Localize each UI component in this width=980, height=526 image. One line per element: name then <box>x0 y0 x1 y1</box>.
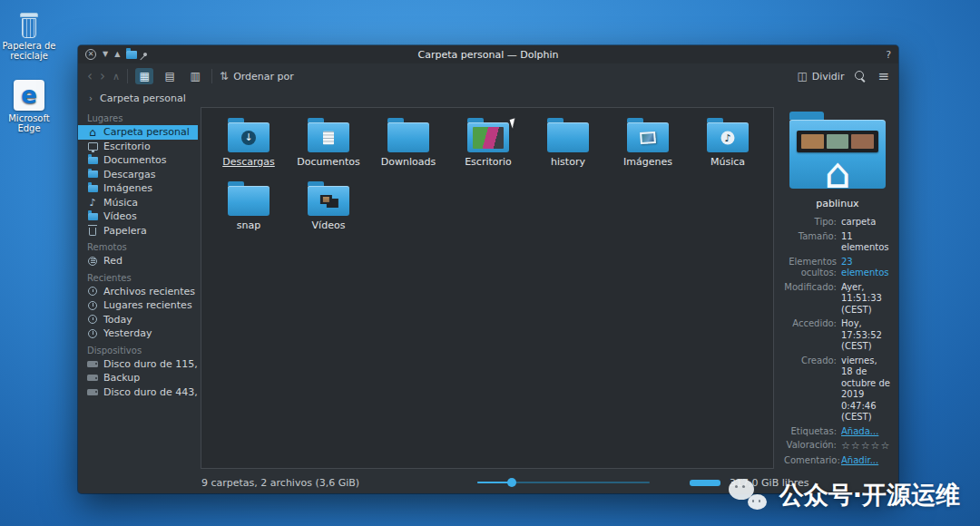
sidebar-item-archivos-recientes[interactable]: Archivos recientes <box>78 285 198 299</box>
detail-row-tipo: Tipo: carpeta <box>784 217 891 229</box>
rating-stars[interactable]: ☆☆☆☆☆ <box>841 440 891 453</box>
watermark: 公众号·开源运维 <box>729 479 960 511</box>
back-button[interactable]: ‹ <box>87 70 93 83</box>
folder-icon <box>228 186 270 216</box>
folder-item-musica[interactable]: ♪ Música <box>688 115 768 179</box>
folder-icon: ↓ <box>228 122 270 152</box>
detail-row-elementos-ocultos: Elementos ocultos: 23 elementos <box>784 257 891 279</box>
items-count-text: 9 carpetas, 2 archivos (3,6 GiB) <box>201 477 359 489</box>
sort-icon: ⇅ <box>220 70 229 83</box>
split-icon: ◫ <box>797 70 807 83</box>
detail-row-comentario: Comentario: Añadir... <box>784 455 891 467</box>
recent-files-icon <box>87 286 98 297</box>
watermark-text: 公众号·开源运维 <box>779 479 960 511</box>
sidebar-item-today[interactable]: Today <box>78 313 198 327</box>
close-button[interactable]: ✕ <box>85 49 96 60</box>
split-button[interactable]: ◫ Dividir <box>797 70 844 83</box>
sidebar-item-videos[interactable]: Vídeos <box>78 209 198 224</box>
wechat-icon <box>729 479 769 511</box>
zoom-slider-knob[interactable] <box>507 478 516 487</box>
sidebar-item-musica[interactable]: ♪ Música <box>78 196 198 210</box>
edge-icon: e <box>14 80 44 111</box>
details-view-button[interactable]: ▥ <box>186 68 204 84</box>
sidebar-item-red[interactable]: Red <box>78 254 198 268</box>
sort-by-button[interactable]: ⇅ Ordenar por <box>220 70 294 83</box>
sidebar-item-papelera[interactable]: Papelera <box>78 224 198 239</box>
breadcrumb[interactable]: › Carpeta personal <box>78 89 898 107</box>
sidebar-item-descargas[interactable]: Descargas <box>78 168 198 182</box>
today-clock-icon <box>87 314 98 325</box>
toolbar-separator <box>127 69 128 83</box>
sidebar-item-yesterday[interactable]: Yesterday <box>78 326 198 341</box>
information-panel: ⌂ pablinux Tipo: carpeta Tamaño: 11 elem… <box>777 107 898 472</box>
desktop-icon-recycle-bin[interactable]: Papelera de reciclaje <box>0 5 58 61</box>
add-comment-link[interactable]: Añadir... <box>841 455 891 467</box>
icons-view-button[interactable]: ▦ <box>135 68 153 84</box>
section-header-remotos: Remotos <box>78 238 198 254</box>
section-header-recientes: Recientes <box>78 268 198 285</box>
yesterday-clock-icon <box>87 328 98 339</box>
hard-drive-icon <box>87 386 98 397</box>
add-tags-link[interactable]: Añada... <box>841 426 891 438</box>
documents-folder-icon <box>87 155 98 166</box>
sidebar-item-backup[interactable]: Backup <box>78 371 198 385</box>
music-emblem-icon: ♪ <box>721 131 735 144</box>
places-panel: Lugares ⌂ Carpeta personal Escritorio Do… <box>78 107 198 472</box>
toolbar: ‹ › ∧ ▦ ▤ ▥ ⇅ Ordenar por ◫ Dividir ≡ <box>78 63 898 89</box>
free-space-bar <box>690 480 720 486</box>
pin-icon[interactable] <box>142 52 148 57</box>
folder-preview: ⌂ <box>789 120 886 189</box>
folder-view[interactable]: ↓ Descargas Documentos Downloads Esc <box>201 107 774 469</box>
sidebar-item-carpeta-personal[interactable]: ⌂ Carpeta personal <box>78 125 198 140</box>
folder-item-escritorio[interactable]: Escritorio <box>448 115 528 179</box>
desktop-icon-label: Papelera de reciclaje <box>0 41 58 61</box>
breadcrumb-location[interactable]: Carpeta personal <box>100 93 186 104</box>
window-folder-icon <box>126 51 137 59</box>
sidebar-item-documentos[interactable]: Documentos <box>78 153 198 168</box>
sidebar-item-disco-443[interactable]: Disco duro de 443,2 GiB <box>78 385 198 400</box>
section-header-dispositivos: Dispositivos <box>78 341 198 357</box>
folder-item-videos[interactable]: Vídeos <box>289 179 368 242</box>
recycle-bin-icon <box>19 13 39 38</box>
folder-item-downloads[interactable]: Downloads <box>368 115 448 179</box>
compact-view-button[interactable]: ▤ <box>161 68 179 84</box>
recent-places-icon <box>87 300 98 311</box>
up-button[interactable]: ∧ <box>113 72 120 82</box>
titlebar[interactable]: Carpeta personal — Dolphin ✕ ▼ ▲ ? <box>78 45 898 63</box>
filmstrip-preview <box>797 131 878 152</box>
chevron-up-icon[interactable]: ▲ <box>114 51 120 58</box>
forward-button[interactable]: › <box>100 70 105 83</box>
images-folder-icon <box>87 183 98 194</box>
sidebar-item-disco-115[interactable]: Disco duro de 115,1 GiB <box>78 357 198 372</box>
sidebar-item-escritorio[interactable]: Escritorio <box>78 140 198 154</box>
folder-item-history[interactable]: history <box>528 115 608 179</box>
search-icon[interactable] <box>855 71 867 83</box>
folder-item-imagenes[interactable]: Imágenes <box>608 115 688 179</box>
desktop-icon-edge[interactable]: e Microsoft Edge <box>0 78 58 133</box>
folder-item-snap[interactable]: snap <box>209 179 289 242</box>
zoom-slider[interactable] <box>477 477 650 488</box>
folder-icon <box>547 122 589 152</box>
downloads-folder-icon <box>87 169 98 180</box>
download-emblem-icon: ↓ <box>241 131 256 145</box>
detail-row-accedido: Accedido: Hoy, 17:53:52 (CEST) <box>784 318 891 353</box>
desktop-icon-label: Microsoft Edge <box>0 113 58 133</box>
folder-icon <box>467 122 509 152</box>
videos-folder-icon <box>87 211 98 222</box>
network-icon <box>87 256 98 267</box>
desktop-icon <box>87 141 98 151</box>
folder-icon <box>387 122 429 152</box>
hard-drive-icon <box>87 373 98 384</box>
sidebar-item-lugares-recientes[interactable]: Lugares recientes <box>78 298 198 313</box>
help-icon[interactable]: ? <box>886 49 891 61</box>
detail-row-creado: Creado: viernes, 18 de octubre de 2019 0… <box>784 356 891 424</box>
folder-icon: ♪ <box>707 122 749 152</box>
detail-row-valoracion: Valoración: ☆☆☆☆☆ <box>784 440 891 453</box>
detail-row-etiquetas: Etiquetas: Añada... <box>784 426 891 438</box>
window-title: Carpeta personal — Dolphin <box>78 49 898 61</box>
sidebar-item-imagenes[interactable]: Imágenes <box>78 181 198 196</box>
folder-item-documentos[interactable]: Documentos <box>289 115 368 179</box>
chevron-down-icon[interactable]: ▼ <box>103 51 108 58</box>
hamburger-menu-icon[interactable]: ≡ <box>877 70 889 83</box>
folder-item-descargas[interactable]: ↓ Descargas <box>209 115 289 179</box>
